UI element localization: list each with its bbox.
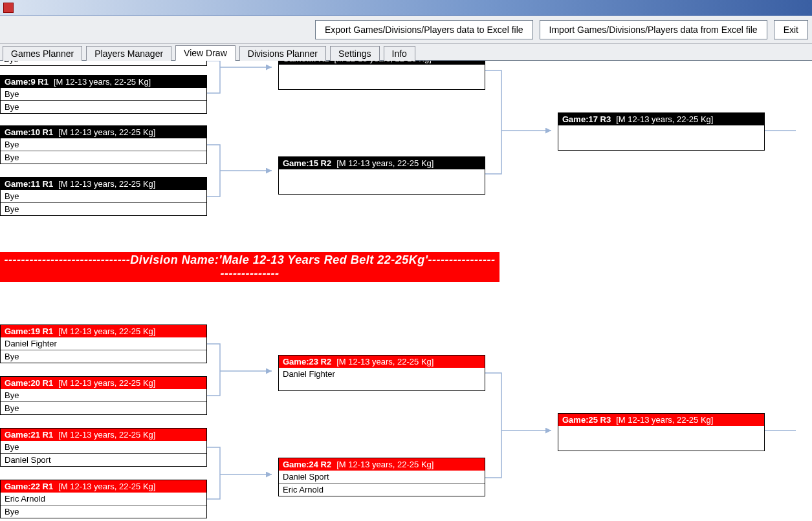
player-row: Daniel Fighter — [1, 337, 206, 350]
game-header: Game:9 R1 [M 12-13 years, 22-25 Kg] — [1, 76, 206, 88]
game-title: Game:21 R1 — [5, 430, 53, 440]
game-title: Game:25 R3 — [562, 415, 611, 425]
division-banner: ------------------------------Division N… — [0, 252, 499, 282]
game-box-22[interactable]: Game:22 R1 [M 12-13 years, 22-25 Kg] Eri… — [0, 480, 207, 518]
game-category: [M 12-13 years, 22-25 Kg] — [58, 127, 155, 137]
game-category: [M 12-13 years, 22-25 Kg] — [336, 357, 433, 367]
game-title: Game:17 R3 — [562, 114, 611, 124]
game-category: [M 12-13 years, 22-25 Kg] — [58, 482, 155, 491]
player-row: Daniel Fighter — [279, 368, 485, 380]
game-box-25[interactable]: Game:25 R3 [M 12-13 years, 22-25 Kg] — [558, 413, 765, 451]
game-box-23[interactable]: Game:23 R2 [M 12-13 years, 22-25 Kg] Dan… — [278, 355, 485, 391]
game-box-10[interactable]: Game:10 R1 [M 12-13 years, 22-25 Kg] Bye… — [0, 125, 207, 164]
game-box-21[interactable]: Game:21 R1 [M 12-13 years, 22-25 Kg] Bye… — [0, 428, 207, 467]
export-button[interactable]: Export Games/Divisions/Players data to E… — [315, 20, 533, 39]
game-category: [M 12-13 years, 22-25 Kg] — [58, 430, 155, 440]
game-title: Game:20 R1 — [5, 378, 53, 388]
game-header: Game:20 R1 [M 12-13 years, 22-25 Kg] — [1, 377, 206, 389]
player-row: Bye — [1, 138, 206, 151]
game-header: Game:23 R2 [M 12-13 years, 22-25 Kg] — [279, 356, 485, 368]
tab-settings[interactable]: Settings — [330, 46, 380, 61]
player-row: Bye — [1, 203, 206, 215]
player-row: Bye — [1, 505, 206, 518]
app-icon — [3, 3, 14, 13]
import-button[interactable]: Import Games/Divisions/Players data from… — [540, 20, 767, 39]
game-category: [M 12-13 years, 22-25 Kg] — [616, 415, 713, 425]
player-row: Bye — [1, 101, 206, 113]
player-row: Bye — [1, 151, 206, 164]
game-header: Game:10 R1 [M 12-13 years, 22-25 Kg] — [1, 126, 206, 138]
game-category: [M 12-13 years, 22-25 Kg] — [335, 61, 432, 63]
game-box-r2-top[interactable]: Game:... R2 [M 12-13 years, 22-25 Kg] — [278, 61, 485, 90]
player-row: Daniel Sport — [1, 454, 206, 466]
player-row: Eric Arnold — [1, 493, 206, 505]
game-category: [M 12-13 years, 22-25 Kg] — [336, 460, 433, 469]
game-box-19[interactable]: Game:19 R1 [M 12-13 years, 22-25 Kg] Dan… — [0, 324, 207, 363]
game-header: Game:21 R1 [M 12-13 years, 22-25 Kg] — [1, 429, 206, 441]
player-row: Bye — [1, 350, 206, 363]
game-header: Game:11 R1 [M 12-13 years, 22-25 Kg] — [1, 178, 206, 190]
game-box-15[interactable]: Game:15 R2 [M 12-13 years, 22-25 Kg] — [278, 156, 485, 195]
game-title: Game:9 R1 — [5, 77, 49, 87]
game-row-cutoff: Bye — [0, 61, 207, 66]
game-title: Game:... R2 — [283, 61, 329, 63]
game-header: Game:15 R2 [M 12-13 years, 22-25 Kg] — [279, 157, 485, 169]
game-title: Game:24 R2 — [283, 460, 331, 469]
player-row: Bye — [1, 441, 206, 454]
tab-view-draw[interactable]: View Draw — [175, 45, 236, 61]
game-header: Game:25 R3 [M 12-13 years, 22-25 Kg] — [558, 414, 764, 426]
main-toolbar: Export Games/Divisions/Players data to E… — [0, 16, 812, 44]
game-box-11[interactable]: Game:11 R1 [M 12-13 years, 22-25 Kg] Bye… — [0, 177, 207, 216]
game-title: Game:15 R2 — [283, 158, 331, 168]
window-titlebar — [0, 0, 812, 16]
game-title: Game:19 R1 — [5, 326, 53, 336]
player-row: Bye — [1, 389, 206, 402]
player-row: Bye — [0, 61, 206, 65]
game-box-9[interactable]: Game:9 R1 [M 12-13 years, 22-25 Kg] Bye … — [0, 75, 207, 114]
player-row: Bye — [1, 402, 206, 414]
game-category: [M 12-13 years, 22-25 Kg] — [58, 378, 155, 388]
tab-info[interactable]: Info — [384, 46, 415, 61]
game-category: [M 12-13 years, 22-25 Kg] — [336, 158, 433, 168]
game-title: Game:22 R1 — [5, 482, 53, 491]
exit-button[interactable]: Exit — [774, 20, 808, 39]
game-header: Game:17 R3 [M 12-13 years, 22-25 Kg] — [558, 113, 764, 125]
tab-players-manager[interactable]: Players Manager — [86, 46, 171, 61]
tab-divisions-planner[interactable]: Divisions Planner — [239, 46, 326, 61]
player-row: Daniel Sport — [279, 471, 485, 484]
game-box-20[interactable]: Game:20 R1 [M 12-13 years, 22-25 Kg] Bye… — [0, 376, 207, 415]
game-box-24[interactable]: Game:24 R2 [M 12-13 years, 22-25 Kg] Dan… — [278, 458, 485, 496]
game-header: Game:24 R2 [M 12-13 years, 22-25 Kg] — [279, 458, 485, 471]
player-row: Bye — [1, 88, 206, 101]
game-header: Game:19 R1 [M 12-13 years, 22-25 Kg] — [1, 325, 206, 337]
tab-bar: Games Planner Players Manager View Draw … — [0, 44, 812, 61]
game-category: [M 12-13 years, 22-25 Kg] — [616, 114, 713, 124]
tab-games-planner[interactable]: Games Planner — [3, 46, 82, 61]
game-title: Game:23 R2 — [283, 357, 331, 367]
game-header: Game:22 R1 [M 12-13 years, 22-25 Kg] — [1, 480, 206, 493]
player-row: Bye — [1, 190, 206, 203]
game-category: [M 12-13 years, 22-25 Kg] — [54, 77, 151, 87]
game-title: Game:11 R1 — [5, 179, 53, 189]
game-box-17[interactable]: Game:17 R3 [M 12-13 years, 22-25 Kg] — [558, 112, 765, 151]
game-title: Game:10 R1 — [5, 127, 53, 137]
game-category: [M 12-13 years, 22-25 Kg] — [58, 326, 155, 336]
game-category: [M 12-13 years, 22-25 Kg] — [58, 179, 155, 189]
bracket-canvas: Bye Game:... R2 [M 12-13 years, 22-25 Kg… — [0, 61, 812, 521]
player-row: Eric Arnold — [279, 484, 485, 496]
